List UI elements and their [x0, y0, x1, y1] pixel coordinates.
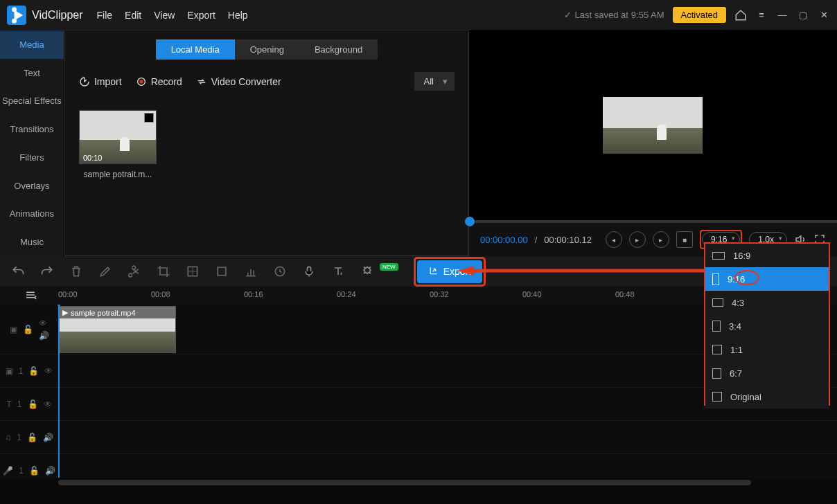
mosaic-icon[interactable]	[186, 264, 200, 278]
lock-icon[interactable]: 🔓	[23, 325, 33, 334]
ruler-settings-icon[interactable]	[24, 289, 37, 303]
import-button[interactable]: Import	[79, 76, 122, 87]
video-converter-button[interactable]: Video Converter	[196, 76, 281, 87]
redo-icon[interactable]	[40, 264, 54, 278]
hamburger-icon[interactable]: ≡	[755, 9, 768, 21]
ratio-shape-icon	[712, 368, 721, 379]
sidebar: Media Text Special Effects Transitions F…	[0, 30, 64, 256]
mute-icon[interactable]: 🔊	[45, 466, 55, 476]
chart-icon[interactable]	[244, 264, 258, 278]
tab-local-media[interactable]: Local Media	[156, 39, 235, 60]
lock-icon[interactable]: 🔓	[28, 366, 39, 376]
sticker-icon[interactable]	[360, 264, 374, 278]
timeline-clip[interactable]: ▶ sample potrait.mp4	[58, 306, 176, 353]
lock-icon[interactable]: 🔓	[29, 466, 39, 476]
ratio-option-3-4[interactable]: 3:4	[705, 314, 829, 338]
ratio-option-9-16[interactable]: 9:16	[705, 267, 829, 291]
scrollbar-thumb[interactable]	[58, 480, 751, 485]
import-icon	[79, 76, 90, 87]
sidebar-text[interactable]: Text	[0, 59, 64, 87]
ruler-tick: 00:08	[151, 290, 170, 298]
record-label: Record	[151, 76, 182, 87]
text-track-head: T 1 🔓 👁	[0, 388, 58, 420]
edit-icon[interactable]	[98, 264, 112, 278]
ratio-shape-icon	[712, 298, 723, 307]
text-track-number: 1	[17, 399, 22, 409]
tab-background[interactable]: Background	[299, 39, 378, 60]
ratio-option-16-9[interactable]: 16:9	[705, 244, 829, 267]
video-track-head: ▣ 🔓 👁 🔊	[0, 305, 58, 354]
ratio-label: 4:3	[732, 298, 744, 308]
sidebar-media[interactable]: Media	[0, 30, 64, 59]
tab-opening[interactable]: Opening	[235, 39, 299, 60]
clip-filename: sample potrait.mp4	[71, 309, 136, 317]
preview-scrubber[interactable]	[469, 220, 837, 223]
sidebar-transitions[interactable]: Transitions	[0, 115, 64, 143]
menu-help[interactable]: Help	[228, 10, 248, 21]
voiceover-icon[interactable]	[302, 264, 316, 278]
export-button[interactable]: Export	[417, 260, 482, 283]
ratio-label: 9:16	[728, 274, 745, 285]
lock-icon[interactable]: 🔓	[27, 433, 37, 442]
time-current: 00:00:00.00	[480, 235, 528, 245]
activated-badge[interactable]: Activated	[673, 7, 726, 23]
lock-icon[interactable]: 🔓	[28, 399, 38, 409]
delete-icon[interactable]	[69, 264, 83, 278]
duration-icon[interactable]	[273, 264, 287, 278]
check-icon: ✓	[564, 10, 572, 20]
sidebar-special-effects[interactable]: Special Effects	[0, 87, 64, 116]
home-icon[interactable]	[734, 9, 747, 21]
svg-rect-3	[218, 267, 226, 276]
scrub-handle[interactable]	[465, 217, 475, 226]
minimize-icon[interactable]: —	[776, 9, 788, 21]
record-icon	[136, 76, 147, 87]
crop-icon[interactable]	[157, 264, 170, 278]
clip-icon: ▶	[62, 308, 68, 317]
playhead[interactable]	[58, 305, 60, 478]
music-icon: ♫	[5, 433, 11, 442]
next-frame-button[interactable]: ▸	[653, 231, 669, 248]
last-saved: ✓ Last saved at 9:55 AM	[564, 10, 664, 20]
speed-value: 1.0x	[758, 235, 774, 244]
zoom-icon[interactable]	[215, 264, 229, 278]
sidebar-filters[interactable]: Filters	[0, 143, 64, 172]
text-to-speech-icon[interactable]	[331, 264, 345, 278]
pip-track-number: 1	[19, 366, 24, 376]
maximize-icon[interactable]: ▢	[797, 9, 809, 21]
sidebar-overlays[interactable]: Overlays	[0, 172, 64, 200]
sidebar-music[interactable]: Music	[0, 228, 64, 256]
record-button[interactable]: Record	[136, 76, 182, 87]
timeline-scrollbar[interactable]	[0, 478, 837, 487]
mute-icon[interactable]: 🔊	[43, 433, 53, 442]
eye-icon[interactable]: 👁	[39, 318, 49, 328]
audio-track-body[interactable]	[58, 421, 837, 453]
eye-icon[interactable]: 👁	[44, 366, 53, 376]
ratio-option-6-7[interactable]: 6:7	[705, 361, 829, 385]
ratio-shape-icon	[712, 392, 722, 402]
play-button[interactable]: ▸	[629, 231, 646, 248]
eye-icon[interactable]: 👁	[44, 399, 52, 409]
voiceover-track-body[interactable]	[58, 454, 837, 478]
ruler-tick: 00:32	[430, 290, 449, 298]
ratio-label: 16:9	[733, 251, 750, 261]
ratio-option-original[interactable]: Original	[705, 385, 829, 408]
undo-icon[interactable]	[11, 264, 25, 278]
split-icon[interactable]	[127, 264, 141, 278]
sidebar-animations[interactable]: Animations	[0, 200, 64, 228]
ratio-label: 6:7	[730, 368, 742, 379]
menu-edit[interactable]: Edit	[125, 10, 141, 21]
media-filter-select[interactable]: All	[414, 72, 455, 91]
media-thumb[interactable]: 00:10 sample potrait.m...	[79, 110, 157, 179]
preview-image	[603, 97, 703, 154]
voiceover-track-number: 1	[19, 466, 24, 476]
ratio-option-4-3[interactable]: 4:3	[705, 291, 829, 314]
audio-track: ♫ 1 🔓 🔊	[0, 421, 837, 454]
menu-view[interactable]: View	[154, 10, 175, 21]
menu-file[interactable]: File	[97, 10, 113, 21]
menu-export[interactable]: Export	[187, 10, 215, 21]
close-icon[interactable]: ✕	[818, 9, 830, 21]
mute-icon[interactable]: 🔊	[39, 331, 49, 341]
prev-frame-button[interactable]: ◂	[606, 231, 622, 248]
ratio-option-1-1[interactable]: 1:1	[705, 338, 829, 361]
stop-button[interactable]: ■	[676, 231, 693, 248]
